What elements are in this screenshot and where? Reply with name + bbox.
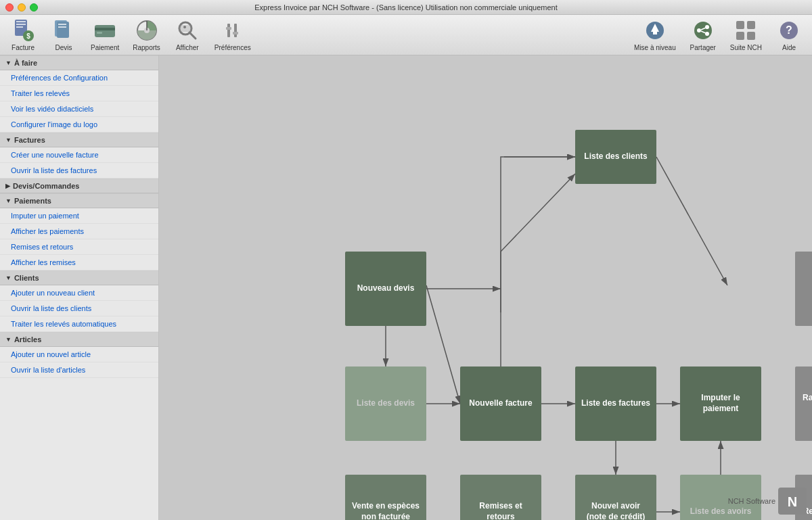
sidebar-item-ouvrir-factures[interactable]: Ouvrir la liste des factures — [0, 163, 158, 179]
section-label-clients: Clients — [14, 274, 39, 282]
toolbar-rapports[interactable]: Rapports — [126, 16, 167, 54]
box-rapport-comptes[interactable]: Rapport Comptes impayés — [795, 252, 812, 326]
box-imputer-paiement[interactable]: Imputer le paiement — [680, 367, 761, 441]
arrow-articles: ▼ — [5, 336, 12, 343]
svg-rect-9 — [58, 26, 66, 28]
svg-rect-35 — [736, 32, 744, 40]
section-label-a-faire: À faire — [14, 59, 37, 67]
box-rapport-ventes[interactable]: Rapport Ventes clients — [795, 367, 812, 441]
paiement-label: Paiement — [91, 44, 119, 51]
sidebar-item-configurer-logo[interactable]: Configurer l'image du logo — [0, 117, 158, 133]
svg-text:N: N — [788, 494, 797, 509]
box-liste-factures[interactable]: Liste des factures — [575, 367, 656, 441]
svg-point-27 — [694, 22, 712, 39]
svg-rect-11 — [95, 28, 115, 30]
toolbar-preferences[interactable]: Préférences — [208, 16, 258, 54]
svg-text:?: ? — [786, 24, 792, 36]
traffic-lights — [5, 3, 38, 11]
mise-a-niveau-icon — [643, 18, 667, 43]
section-label-devis-commandes: Devis/Commandes — [13, 182, 79, 190]
flow-diagram: Liste des clients Nouveau devis Nouvelle… — [159, 55, 812, 520]
toolbar-suite-nch[interactable]: Suite NCH — [723, 16, 769, 54]
suite-nch-label: Suite NCH — [730, 44, 762, 51]
sidebar-item-traiter-releves-auto[interactable]: Traiter les relevés automatiques — [0, 316, 158, 332]
sidebar-item-traiter-releves[interactable]: Traiter les relevés — [0, 86, 158, 101]
box-liste-devis[interactable]: Liste des devis — [345, 367, 426, 441]
toolbar-right: Mise à niveau Partager — [627, 16, 809, 54]
toolbar-devis[interactable]: Devis — [43, 16, 84, 54]
close-button[interactable] — [5, 3, 14, 11]
mise-a-niveau-label: Mise à niveau — [634, 44, 676, 51]
arrow-clients: ▼ — [5, 275, 12, 281]
rapports-icon — [135, 18, 159, 43]
content-area: Liste des clients Nouveau devis Nouvelle… — [159, 55, 812, 520]
section-label-paiements: Paiements — [14, 197, 51, 205]
sidebar-item-imputer-paiement[interactable]: Imputer un paiement — [0, 208, 158, 224]
section-label-factures: Factures — [14, 136, 45, 144]
minimize-button[interactable] — [18, 3, 26, 11]
toolbar-aide[interactable]: ? Aide — [769, 16, 809, 54]
svg-rect-22 — [234, 24, 237, 37]
box-nouvel-avoir[interactable]: Nouvel avoir (note de crédit) — [575, 475, 656, 520]
sidebar-item-afficher-remises[interactable]: Afficher les remises — [0, 255, 158, 270]
sidebar-section-a-faire[interactable]: ▼ À faire — [0, 55, 158, 70]
partager-label: Partager — [690, 44, 716, 51]
arrow-a-faire: ▼ — [5, 60, 12, 66]
svg-rect-12 — [97, 32, 102, 34]
nch-logo-icon: N — [778, 488, 807, 515]
sidebar-item-creer-facture[interactable]: Créer une nouvelle facture — [0, 147, 158, 163]
sidebar-item-voir-videos[interactable]: Voir les vidéo didacticiels — [0, 101, 158, 117]
svg-point-29 — [697, 28, 701, 32]
preferences-label: Préférences — [215, 44, 251, 51]
sidebar-item-afficher-paiements[interactable]: Afficher les paiements — [0, 224, 158, 239]
sidebar-item-ajouter-client[interactable]: Ajouter un nouveau client — [0, 285, 158, 301]
svg-line-18 — [189, 32, 196, 39]
sidebar-section-factures[interactable]: ▼ Factures — [0, 133, 158, 147]
sidebar-item-ouvrir-articles[interactable]: Ouvrir la liste d'articles — [0, 362, 158, 378]
sidebar-item-remises-retours[interactable]: Remises et retours — [0, 239, 158, 255]
aide-label: Aide — [782, 44, 796, 51]
sidebar-section-clients[interactable]: ▼ Clients — [0, 270, 158, 285]
box-vente-especes[interactable]: Vente en espèces non facturée — [345, 475, 426, 520]
facture-label: Facture — [12, 44, 35, 51]
sidebar: ▼ À faire Préférences de Configuration T… — [0, 55, 159, 520]
box-nouvelle-facture[interactable]: Nouvelle facture — [460, 367, 541, 441]
arrows-svg — [159, 55, 812, 520]
paiement-icon — [93, 18, 117, 43]
svg-line-41 — [656, 157, 727, 285]
arrow-paiements: ▼ — [5, 197, 12, 204]
svg-rect-1 — [16, 21, 26, 22]
preferences-icon — [221, 18, 245, 43]
box-liste-clients[interactable]: Liste des clients — [575, 130, 656, 184]
maximize-button[interactable] — [30, 3, 38, 11]
box-remises-retours[interactable]: Remises et retours — [460, 475, 541, 520]
arrow-factures: ▼ — [5, 137, 12, 143]
svg-rect-8 — [58, 24, 66, 25]
toolbar-mise-a-niveau[interactable]: Mise à niveau — [627, 16, 683, 54]
main-layout: ▼ À faire Préférences de Configuration T… — [0, 55, 812, 520]
aide-icon: ? — [777, 18, 801, 43]
svg-text:$: $ — [26, 32, 30, 40]
section-label-articles: Articles — [14, 335, 41, 344]
devis-label: Devis — [55, 44, 72, 51]
sidebar-section-articles[interactable]: ▼ Articles — [0, 332, 158, 347]
box-nouveau-devis[interactable]: Nouveau devis — [345, 252, 426, 326]
sidebar-section-devis-commandes[interactable]: ▶ Devis/Commandes — [0, 179, 158, 193]
toolbar-partager[interactable]: Partager — [683, 16, 723, 54]
sidebar-item-ajouter-article[interactable]: Ajouter un nouvel article — [0, 347, 158, 362]
devis-icon — [51, 18, 76, 43]
svg-rect-36 — [747, 32, 755, 40]
toolbar: $ Facture Devis — [0, 15, 812, 55]
toolbar-paiement[interactable]: Paiement — [84, 16, 126, 54]
svg-rect-20 — [227, 24, 230, 37]
svg-rect-10 — [95, 25, 115, 37]
toolbar-facture[interactable]: $ Facture — [3, 16, 43, 54]
sidebar-item-preferences-config[interactable]: Préférences de Configuration — [0, 70, 158, 86]
svg-rect-3 — [16, 26, 23, 28]
toolbar-afficher[interactable]: Afficher — [167, 16, 208, 54]
sidebar-section-paiements[interactable]: ▼ Paiements — [0, 193, 158, 208]
sidebar-item-ouvrir-clients[interactable]: Ouvrir la liste des clients — [0, 301, 158, 316]
partager-icon — [691, 18, 715, 43]
arrow-devis-commandes: ▶ — [5, 183, 10, 189]
toolbar-left: $ Facture Devis — [3, 16, 258, 54]
